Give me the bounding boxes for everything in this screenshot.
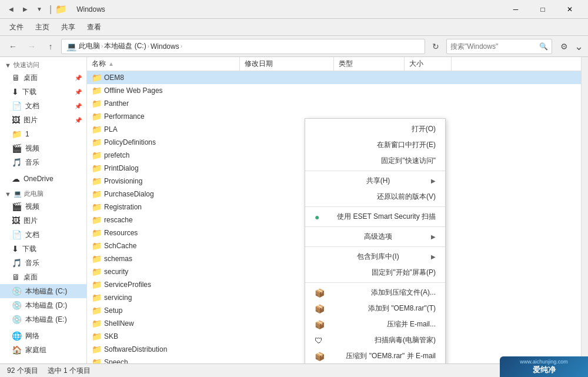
ctx-menu-item[interactable]: 📦添加到压缩文件(A)... xyxy=(305,285,445,301)
sidebar-thispc-pics[interactable]: 🖼 图片 xyxy=(0,213,86,228)
options-btn[interactable]: ⚙ xyxy=(556,38,572,55)
file-name: 📁 Registration xyxy=(87,202,240,212)
forward-btn[interactable]: → xyxy=(24,38,40,55)
col-type-header[interactable]: 类型 xyxy=(334,57,405,71)
menu-share[interactable]: 共享 xyxy=(56,21,80,34)
onedrive-icon: ☁ xyxy=(12,174,20,184)
search-box[interactable]: 🔍 xyxy=(446,39,552,54)
ctx-menu-item[interactable]: 在新窗口中打开(E) xyxy=(305,137,445,153)
file-name: 📁 ServiceProfiles xyxy=(87,280,240,289)
file-name: 📁 SoftwareDistribution xyxy=(87,345,240,354)
music-icon: 🎵 xyxy=(12,158,22,167)
ctx-menu-item[interactable]: 🛡扫描病毒(电脑管家) xyxy=(305,332,445,348)
ctx-menu-item[interactable]: 📦压缩并 E-mail... xyxy=(305,316,445,332)
context-menu: 打开(O)在新窗口中打开(E)固定到"快速访问"共享(H)▶还原以前的版本(V)… xyxy=(305,118,446,363)
thispc-video-label: 视频 xyxy=(25,202,39,212)
quick-forward-btn[interactable]: ▶ xyxy=(19,3,32,16)
bread-sep1: › xyxy=(101,43,103,49)
ctx-menu-item[interactable]: 打开(O) xyxy=(305,121,445,137)
minimize-btn[interactable]: ─ xyxy=(502,0,529,19)
sidebar-item-music[interactable]: 🎵 音乐 xyxy=(0,155,86,169)
col-name-header[interactable]: 名称 ▲ xyxy=(87,57,240,71)
file-name: 📁 servicing xyxy=(87,293,240,302)
ctx-item-label: 扫描病毒(电脑管家) xyxy=(375,335,436,345)
ctx-menu-item[interactable]: 📦压缩到 "OEM8.rar" 并 E-mail xyxy=(305,348,445,363)
address-bar[interactable]: 💻 此电脑 › 本地磁盘 (C:) › Windows › xyxy=(61,39,425,54)
sidebar-thispc-desktop[interactable]: 🖥 桌面 xyxy=(0,270,86,284)
bread-cdrive[interactable]: 本地磁盘 (C:) xyxy=(104,41,146,51)
sidebar-item-pics[interactable]: 🖼 图片 📌 xyxy=(0,113,86,127)
sidebar-item-video[interactable]: 🎬 视频 xyxy=(0,141,86,155)
ctx-menu-item[interactable]: 📦添加到 "OEM8.rar"(T) xyxy=(305,301,445,316)
bread-thispc[interactable]: 此电脑 xyxy=(79,41,100,51)
scrollbar[interactable] xyxy=(581,57,588,363)
folder-icon: 📁 xyxy=(92,254,102,263)
col-size-header[interactable]: 大小 xyxy=(405,57,452,71)
thispc-label: 此电脑 xyxy=(24,189,44,198)
sidebar-item-docs[interactable]: 📄 文档 📌 xyxy=(0,99,86,113)
col-date-header[interactable]: 修改日期 xyxy=(240,57,334,71)
refresh-btn[interactable]: ↻ xyxy=(427,38,444,55)
cdrive-label: 本地磁盘 (C:) xyxy=(25,286,67,296)
thispc-header[interactable]: ▼ 💻 此电脑 xyxy=(0,188,86,199)
folder-icon: 📁 xyxy=(92,319,102,328)
menu-file[interactable]: 文件 xyxy=(5,21,28,34)
sidebar-item-onedrive[interactable]: ☁ OneDrive xyxy=(0,172,86,186)
ddrive-icon: 💿 xyxy=(12,301,22,310)
ctx-menu-item[interactable]: 固定到"快速访问" xyxy=(305,153,445,169)
quick-access-header[interactable]: ▼ 快速访问 xyxy=(0,59,86,71)
file-name: 📁 Offline Web Pages xyxy=(87,86,240,95)
ctx-menu-item[interactable]: 包含到库中(I)▶ xyxy=(305,249,445,265)
watermark-url: www.aichunjing.com xyxy=(520,359,568,365)
sidebar-item-cdrive[interactable]: 💿 本地磁盘 (C:) xyxy=(0,284,86,298)
back-btn[interactable]: ← xyxy=(5,38,21,55)
quick-down-btn[interactable]: ▼ xyxy=(33,3,46,16)
ctx-menu-item[interactable]: 还原以前的版本(V) xyxy=(305,189,445,205)
folder-icon: 📁 xyxy=(92,293,102,302)
ctx-menu-item[interactable]: ●使用 ESET Smart Security 扫描 xyxy=(305,209,445,225)
bread-sep3: › xyxy=(181,43,182,49)
file-name: 📁 rescache xyxy=(87,215,240,225)
cdrive-icon: 💿 xyxy=(12,286,22,296)
menu-view[interactable]: 查看 xyxy=(82,21,106,34)
ctx-menu-item[interactable]: 高级选项▶ xyxy=(305,229,445,245)
nav-bar: ← → ↑ 💻 此电脑 › 本地磁盘 (C:) › Windows › ↻ 🔍 … xyxy=(0,36,588,57)
sidebar-downloads-label: 下载 xyxy=(22,87,36,97)
sidebar-thispc-video[interactable]: 🎬 视频 xyxy=(0,199,86,213)
file-name: 📁 PolicyDefinitions xyxy=(87,138,240,147)
file-item[interactable]: 📁 Offline Web Pages xyxy=(87,84,581,97)
folder-icon: 📁 xyxy=(92,202,102,212)
bread-windows[interactable]: Windows xyxy=(151,42,179,51)
up-btn[interactable]: ↑ xyxy=(42,38,59,55)
maximize-btn[interactable]: □ xyxy=(529,0,556,19)
sidebar-item-network[interactable]: 🌐 网络 xyxy=(0,329,86,343)
sidebar-thispc-music[interactable]: 🎵 音乐 xyxy=(0,256,86,270)
quick-access-label: 快速访问 xyxy=(14,61,39,69)
sidebar-item-edrive[interactable]: 💿 本地磁盘 (E:) xyxy=(0,312,86,326)
file-name: 📁 OEM8 xyxy=(87,73,240,82)
item-count: 92 个项目 xyxy=(7,366,38,376)
ctx-item-label: 包含到库中(I) xyxy=(357,252,399,262)
ctx-item-label: 还原以前的版本(V) xyxy=(377,192,436,202)
close-btn[interactable]: ✕ xyxy=(556,0,583,19)
sidebar-item-desktop[interactable]: 🖥 桌面 📌 xyxy=(0,71,86,85)
pin-icon2: 📌 xyxy=(75,89,82,95)
thispc-desktop-icon: 🖥 xyxy=(12,272,20,282)
sidebar-thispc-docs[interactable]: 📄 文档 xyxy=(0,228,86,242)
sidebar-item-homegroup[interactable]: 🏠 家庭组 xyxy=(0,343,86,357)
sidebar-item-1[interactable]: 📁 1 xyxy=(0,127,86,141)
file-item[interactable]: 📁 Panther xyxy=(87,97,581,110)
ctx-menu-item[interactable]: 共享(H)▶ xyxy=(305,173,445,189)
search-input[interactable] xyxy=(450,42,539,51)
menu-home[interactable]: 主页 xyxy=(31,21,54,34)
folder-icon: 📁 xyxy=(92,138,102,147)
onedrive-section: ☁ OneDrive xyxy=(0,172,86,186)
ctx-menu-item[interactable]: 固定到"开始"屏幕(P) xyxy=(305,265,445,281)
sidebar-item-ddrive[interactable]: 💿 本地磁盘 (D:) xyxy=(0,298,86,312)
quick-access-btn[interactable]: ◀ xyxy=(5,3,18,16)
pin-icon: 📌 xyxy=(75,75,82,81)
sidebar-thispc-down[interactable]: ⬇ 下载 xyxy=(0,242,86,256)
folder-icon: 📁 xyxy=(92,125,102,134)
file-item[interactable]: 📁 OEM8 xyxy=(87,71,581,84)
sidebar-item-downloads[interactable]: ⬇ 下载 📌 xyxy=(0,85,86,99)
